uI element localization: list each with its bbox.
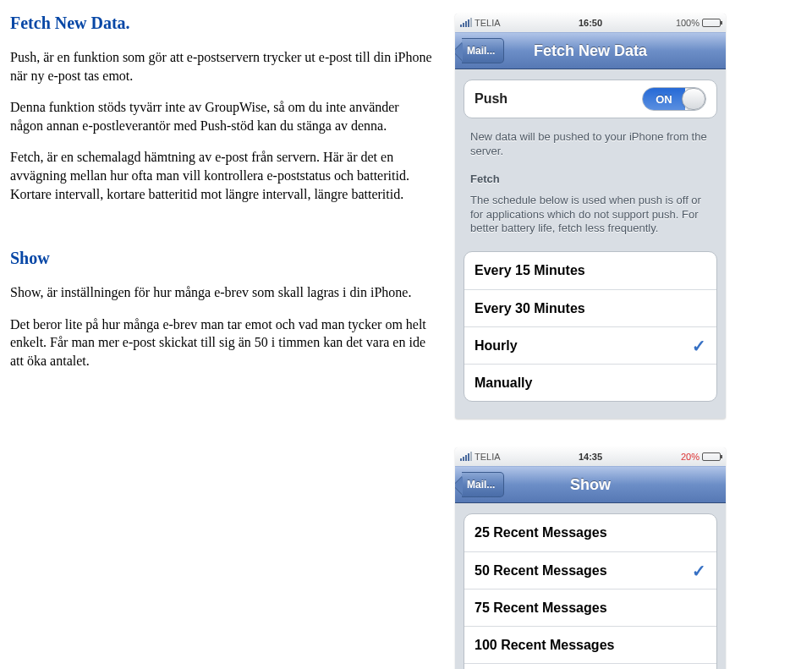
nav-bar: Mail... Show xyxy=(455,466,726,503)
option-label: Manually xyxy=(475,376,706,391)
nav-bar: Mail... Fetch New Data xyxy=(455,32,726,69)
push-group: Push ON xyxy=(464,80,717,118)
carrier-label: TELIA xyxy=(475,18,501,28)
fetch-header: Fetch xyxy=(455,164,726,192)
show-option[interactable]: 50 Recent Messages ✓ xyxy=(464,551,716,589)
fetch-option[interactable]: Every 30 Minutes xyxy=(464,289,716,326)
paragraph: Det beror lite på hur många e-brev man t… xyxy=(10,315,433,370)
toggle-knob xyxy=(682,88,705,110)
show-option[interactable]: 200 Recent Messages xyxy=(464,663,716,669)
option-label: 75 Recent Messages xyxy=(475,600,706,616)
battery-icon xyxy=(702,452,721,461)
battery-icon xyxy=(702,19,721,27)
option-label: Every 30 Minutes xyxy=(475,301,706,316)
option-label: 100 Recent Messages xyxy=(475,638,706,653)
section-title-fetch: Fetch New Data. xyxy=(10,14,433,33)
push-hint: New data will be pushed to your iPhone f… xyxy=(455,129,726,164)
nav-title: Fetch New Data xyxy=(455,42,726,60)
paragraph: Push, är en funktion som gör att e-posts… xyxy=(10,48,433,85)
status-bar: TELIA 14:35 20% xyxy=(455,447,726,466)
fetch-hint: The schedule below is used when push is … xyxy=(455,192,726,242)
signal-icon xyxy=(460,452,472,461)
nav-title: Show xyxy=(455,476,726,494)
document-text: Fetch New Data. Push, är en funktion som… xyxy=(10,8,433,669)
carrier-label: TELIA xyxy=(475,452,501,462)
paragraph: Show, är inställningen för hur många e-b… xyxy=(10,283,433,302)
status-time: 16:50 xyxy=(579,18,602,28)
show-option[interactable]: 75 Recent Messages xyxy=(464,589,716,626)
section-title-show: Show xyxy=(10,249,433,268)
push-toggle[interactable]: ON xyxy=(642,87,706,111)
signal-icon xyxy=(460,19,472,27)
show-options-group: 25 Recent Messages 50 Recent Messages ✓ … xyxy=(464,513,717,669)
fetch-option[interactable]: Every 15 Minutes xyxy=(464,252,716,289)
screenshot-fetch-new-data: TELIA 16:50 100% Mail... Fetch New Data … xyxy=(455,14,726,419)
checkmark-icon: ✓ xyxy=(692,561,706,581)
show-option[interactable]: 100 Recent Messages xyxy=(464,626,716,663)
fetch-interval-group: Every 15 Minutes Every 30 Minutes Hourly… xyxy=(464,251,717,402)
checkmark-icon: ✓ xyxy=(692,336,706,356)
battery-percent: 20% xyxy=(681,452,700,462)
option-label: Every 15 Minutes xyxy=(475,263,706,278)
option-label: 25 Recent Messages xyxy=(475,525,706,540)
show-option[interactable]: 25 Recent Messages xyxy=(464,514,716,551)
status-bar: TELIA 16:50 100% xyxy=(455,14,726,32)
battery-percent: 100% xyxy=(676,18,700,28)
status-time: 14:35 xyxy=(579,452,602,462)
push-label: Push xyxy=(475,91,642,107)
toggle-on-label: ON xyxy=(643,88,685,110)
option-label: Hourly xyxy=(475,338,692,354)
paragraph: Denna funktion stöds tyvärr inte av Grou… xyxy=(10,98,433,134)
screenshot-show: TELIA 14:35 20% Mail... Show 25 Recent M… xyxy=(455,447,726,669)
fetch-option[interactable]: Manually xyxy=(464,364,716,401)
option-label: 50 Recent Messages xyxy=(475,563,692,579)
paragraph: Fetch, är en schemalagd hämtning av e-po… xyxy=(10,148,433,203)
fetch-option[interactable]: Hourly ✓ xyxy=(464,326,716,364)
push-row[interactable]: Push ON xyxy=(464,80,716,118)
